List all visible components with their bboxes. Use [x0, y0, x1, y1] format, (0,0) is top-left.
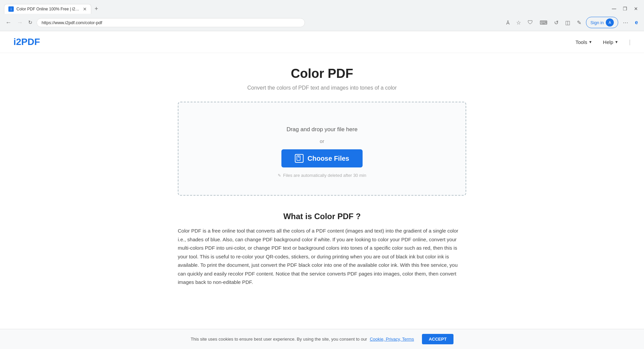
- restore-button[interactable]: ❐: [621, 4, 629, 14]
- choose-files-label: Choose Files: [308, 155, 349, 162]
- choose-files-button[interactable]: Choose Files: [281, 149, 363, 167]
- drag-drop-text: Drag and drop your file here: [286, 126, 358, 133]
- auto-delete-note: ✎ Files are automatically deleted after …: [278, 173, 366, 178]
- avatar: A: [606, 18, 614, 27]
- svg-rect-0: [297, 156, 300, 160]
- cookie-link[interactable]: Cookie, Privacy, Terms: [370, 337, 414, 342]
- reload-button[interactable]: ↻: [27, 18, 34, 27]
- tab-title: Color PDF Online 100% Free | i2PDF: [16, 7, 80, 11]
- description-section: What is Color PDF ? Color PDF is a free …: [178, 212, 466, 287]
- section-title: What is Color PDF ?: [178, 212, 466, 221]
- logo-pdf: PDF: [21, 37, 40, 47]
- page-content: i2PDF Tools ▼ Help ▼ | Color PDF Convert…: [0, 31, 644, 349]
- favorites-bar-button[interactable]: ✎: [575, 18, 583, 27]
- minimize-button[interactable]: ─: [610, 4, 618, 14]
- browser-chrome: i Color PDF Online 100% Free | i2PDF ✕ +…: [0, 0, 644, 31]
- nav-separator: |: [629, 39, 631, 46]
- tab-strip: i Color PDF Online 100% Free | i2PDF ✕ +: [4, 4, 607, 14]
- site-navigation: i2PDF Tools ▼ Help ▼ |: [0, 31, 644, 53]
- logo-i2: i2: [13, 37, 21, 47]
- tab-close-button[interactable]: ✕: [83, 6, 87, 12]
- page-title: Color PDF: [178, 66, 466, 81]
- main-content: Color PDF Convert the colors of PDF text…: [171, 53, 473, 307]
- cookie-message: This site uses cookies to ensure best us…: [191, 337, 367, 342]
- refresh-button[interactable]: ↺: [552, 18, 560, 27]
- accept-cookies-button[interactable]: ACCEPT: [422, 334, 453, 344]
- split-view-button[interactable]: ◫: [563, 18, 572, 27]
- reader-mode-button[interactable]: Ā: [504, 18, 512, 27]
- clock-icon: ✎: [278, 173, 281, 178]
- favorites-button[interactable]: ☆: [514, 18, 523, 27]
- more-button[interactable]: ⋯: [621, 18, 630, 27]
- nav-links: Tools ▼ Help ▼ |: [576, 39, 631, 46]
- address-bar[interactable]: [37, 18, 305, 27]
- window-controls: ─ ❐ ✕: [610, 4, 640, 14]
- tab-favicon: i: [8, 6, 14, 12]
- close-button[interactable]: ✕: [632, 4, 640, 14]
- page-subtitle: Convert the colors of PDF text and image…: [178, 85, 466, 91]
- browser-address-bar: ← → ↻ Ā ☆ 🛡 ⌨ ↺ ◫ ✎ Sign in A ⋯ e: [0, 15, 644, 31]
- or-text: or: [320, 138, 324, 144]
- extensions-button[interactable]: ⌨: [538, 18, 549, 27]
- active-tab[interactable]: i Color PDF Online 100% Free | i2PDF ✕: [4, 4, 91, 14]
- file-icon: [295, 154, 304, 163]
- new-tab-button[interactable]: +: [91, 4, 102, 14]
- browser-top-bar: i Color PDF Online 100% Free | i2PDF ✕ +…: [0, 0, 644, 15]
- section-text: Color PDF is a free online tool that con…: [178, 227, 466, 287]
- cookie-banner: This site uses cookies to ensure best us…: [0, 329, 644, 349]
- toolbar-icons: Ā ☆ 🛡 ⌨ ↺ ◫ ✎ Sign in A ⋯ e: [504, 17, 640, 28]
- sign-in-button[interactable]: Sign in A: [586, 17, 618, 28]
- help-menu[interactable]: Help ▼: [603, 39, 619, 45]
- help-chevron-icon: ▼: [614, 40, 618, 44]
- extensions-shield-button[interactable]: 🛡: [526, 18, 535, 27]
- tools-chevron-icon: ▼: [589, 40, 592, 44]
- tools-menu[interactable]: Tools ▼: [576, 39, 592, 45]
- edge-icon-button[interactable]: e: [633, 18, 640, 27]
- back-button[interactable]: ←: [4, 18, 13, 28]
- logo[interactable]: i2PDF: [13, 37, 40, 47]
- sign-in-label: Sign in: [590, 20, 604, 25]
- forward-button[interactable]: →: [15, 18, 24, 28]
- file-drop-zone[interactable]: Drag and drop your file here or Choose F…: [178, 102, 466, 196]
